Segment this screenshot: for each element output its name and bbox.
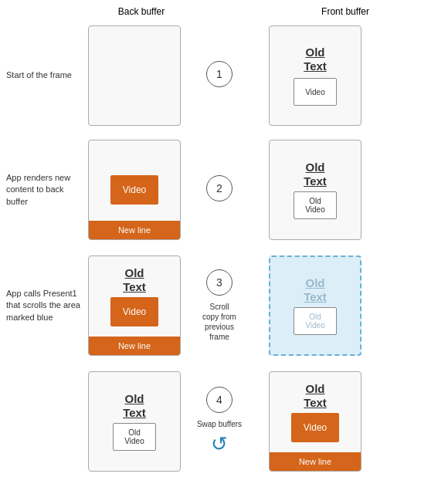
row-3-front-old-label: Old	[309, 313, 321, 321]
row-4-front-video: Video	[291, 413, 339, 442]
row-4-back-old-label: Old	[128, 428, 141, 437]
row-2-back-newline: New line	[89, 221, 180, 239]
row-2-back-buffer: Video New line	[88, 140, 181, 240]
row-4-back-video-label: Video	[124, 437, 144, 445]
row-4-step: 4 Swap buffers ↺	[185, 387, 253, 456]
row-3-back-video: Video	[110, 297, 158, 326]
row-4-back-video-box: Old Video	[113, 423, 156, 451]
row-1-front-old-text: OldText	[304, 46, 327, 73]
row-3-front-buffer: OldText Old Video	[269, 255, 361, 356]
row-1-back-buffer	[88, 25, 181, 126]
step-3-label: Scrollcopy frompreviousframe	[202, 302, 236, 342]
row-4-front-buffer: OldText Video New line	[269, 371, 361, 472]
row-1-label: Start of the frame	[0, 69, 85, 81]
row-4-front-old-text: OldText	[304, 382, 327, 410]
row-2-step: 2	[185, 175, 253, 205]
row-3-back-old-text: OldText	[123, 266, 146, 294]
step-circle-1: 1	[206, 61, 232, 87]
row-2-front-old-text: OldText	[304, 161, 327, 188]
step-circle-2: 2	[206, 175, 232, 201]
row-2-label: App renders new content to back buffer	[0, 172, 85, 208]
row-1-front-video-box: Video	[294, 78, 337, 106]
step-circle-3: 3	[206, 269, 232, 296]
row-3-front-video-box: Old Video	[294, 307, 337, 335]
row-1-front-video-label: Video	[305, 88, 324, 96]
row-3-front-old-text: OldText	[304, 276, 327, 304]
front-buffer-label: Front buffer	[295, 6, 395, 17]
row-3-back-buffer: OldText Video New line	[88, 255, 181, 356]
row-2: App renders new content to back buffer V…	[0, 133, 448, 247]
back-buffer-label: Back buffer	[91, 6, 192, 17]
row-4-back-buffer: OldText Old Video	[88, 371, 181, 472]
swap-icon: ↺	[211, 432, 228, 456]
row-1-step: 1	[185, 61, 253, 90]
row-3: App calls Present1 that scrolls the area…	[0, 247, 448, 364]
row-1: Start of the frame 1 OldText Video	[0, 19, 448, 133]
step-4-label: Swap buffers	[197, 419, 242, 429]
row-2-front-buffer: OldText Old Video	[269, 140, 361, 240]
row-2-front-video-box: Old Video	[294, 191, 337, 219]
row-4: OldText Old Video 4 Swap buffers ↺ OldTe…	[0, 364, 448, 477]
row-4-front-newline: New line	[270, 452, 361, 471]
row-3-step: 3 Scrollcopy frompreviousframe	[185, 269, 253, 342]
row-2-front-old-label: Old	[309, 197, 321, 205]
step-circle-4: 4	[206, 387, 232, 413]
row-3-label: App calls Present1 that scrolls the area…	[0, 288, 85, 323]
row-1-front-buffer: OldText Video	[269, 25, 361, 126]
row-2-back-video: Video	[110, 175, 158, 205]
row-3-front-video-label: Video	[305, 321, 324, 330]
row-3-back-newline: New line	[89, 337, 180, 355]
row-2-front-video-label: Video	[305, 205, 324, 214]
row-4-back-old-text: OldText	[123, 392, 146, 420]
